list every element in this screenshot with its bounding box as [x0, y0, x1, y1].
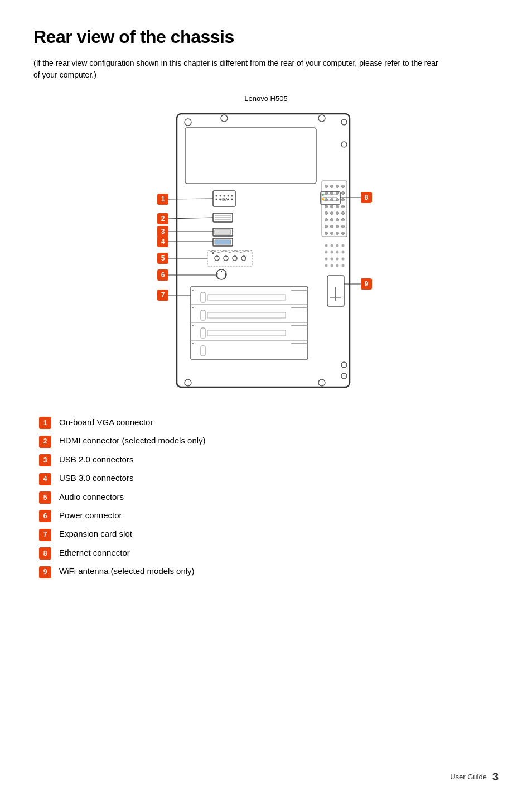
svg-point-6	[341, 142, 347, 147]
svg-point-63	[216, 199, 217, 200]
svg-line-118	[168, 199, 213, 199]
svg-point-19	[342, 199, 345, 201]
svg-point-8	[325, 185, 328, 188]
svg-point-11	[342, 185, 345, 188]
svg-point-43	[342, 244, 345, 247]
svg-text:8: 8	[365, 194, 369, 201]
legend-badge-9: 9	[39, 566, 51, 578]
footer-page: 3	[492, 770, 499, 783]
svg-point-39	[342, 232, 345, 235]
svg-text:1: 1	[161, 195, 165, 203]
legend-text-3: USB 2.0 connectors	[59, 454, 133, 465]
chassis-svg: VGA	[127, 108, 405, 398]
svg-point-10	[336, 185, 339, 188]
chassis-diagram: VGA	[127, 108, 405, 398]
svg-point-52	[325, 264, 328, 267]
svg-line-121	[168, 218, 213, 219]
svg-text:9: 9	[365, 280, 369, 288]
svg-point-105	[341, 373, 347, 379]
legend-item-7: 7Expansion card slot	[39, 528, 493, 541]
svg-point-36	[325, 232, 328, 235]
svg-point-1	[185, 119, 191, 126]
svg-rect-99	[207, 312, 286, 318]
svg-point-26	[336, 212, 339, 215]
svg-point-2	[221, 115, 228, 122]
svg-point-55	[342, 264, 345, 267]
legend-text-4: USB 3.0 connectors	[59, 472, 133, 484]
legend-badge-4: 4	[39, 473, 51, 485]
svg-point-35	[342, 225, 345, 228]
legend-badge-6: 6	[39, 510, 51, 522]
svg-point-65	[224, 199, 225, 200]
svg-point-47	[342, 251, 345, 254]
legend-item-8: 8Ethernet connector	[39, 547, 493, 560]
svg-point-32	[325, 225, 328, 228]
legend-text-5: Audio connectors	[59, 491, 124, 503]
svg-rect-75	[215, 240, 231, 244]
svg-point-106	[341, 362, 347, 368]
legend-text-9: WiFi antenna (selected models only)	[59, 565, 195, 577]
svg-point-16	[325, 199, 328, 201]
svg-point-79	[233, 256, 237, 261]
svg-rect-76	[207, 250, 252, 266]
svg-point-60	[224, 195, 225, 197]
svg-point-23	[342, 205, 345, 208]
svg-text:6: 6	[161, 271, 165, 279]
page-footer: User Guide 3	[450, 770, 499, 783]
svg-point-62	[231, 195, 233, 197]
legend-item-9: 9WiFi antenna (selected models only)	[39, 565, 493, 578]
svg-point-103	[185, 379, 191, 386]
legend-item-5: 5Audio connectors	[39, 491, 493, 504]
legend-badge-1: 1	[39, 417, 51, 429]
svg-point-31	[342, 219, 345, 221]
svg-point-115	[322, 198, 324, 200]
svg-point-22	[336, 205, 339, 208]
footer-label: User Guide	[450, 773, 487, 781]
legend-text-2: HDMI connector (selected models only)	[59, 435, 206, 446]
legend-badge-2: 2	[39, 436, 51, 448]
svg-point-49	[331, 258, 333, 261]
svg-rect-100	[201, 328, 205, 338]
page-title: Rear view of the chassis	[33, 27, 499, 47]
svg-point-3	[318, 115, 325, 122]
svg-point-20	[325, 205, 328, 208]
svg-point-77	[215, 256, 219, 261]
svg-text:7: 7	[161, 291, 165, 299]
svg-text:5: 5	[161, 254, 165, 262]
svg-point-59	[220, 195, 221, 197]
svg-point-37	[331, 232, 333, 235]
svg-point-58	[216, 195, 217, 197]
svg-point-48	[325, 258, 328, 261]
svg-rect-5	[185, 128, 316, 184]
svg-point-9	[331, 185, 333, 188]
svg-rect-96	[201, 292, 205, 302]
svg-point-28	[325, 219, 328, 221]
svg-rect-73	[215, 230, 231, 234]
legend-text-6: Power connector	[59, 509, 122, 521]
svg-point-53	[331, 264, 333, 267]
svg-point-51	[342, 258, 345, 261]
svg-point-30	[336, 219, 339, 221]
legend-item-3: 3USB 2.0 connectors	[39, 454, 493, 466]
legend-item-4: 4USB 3.0 connectors	[39, 472, 493, 485]
svg-point-4	[341, 119, 347, 125]
svg-point-27	[342, 212, 345, 215]
svg-point-44	[325, 251, 328, 254]
svg-point-80	[241, 256, 246, 261]
legend-text-7: Expansion card slot	[59, 528, 132, 539]
svg-point-17	[331, 199, 333, 201]
legend-text-8: Ethernet connector	[59, 547, 130, 558]
svg-text:2: 2	[161, 215, 165, 223]
svg-rect-102	[201, 346, 205, 356]
svg-rect-84	[191, 287, 308, 359]
svg-point-29	[331, 219, 333, 221]
legend-item-1: 1On-board VGA connector	[39, 416, 493, 429]
legend-badge-5: 5	[39, 491, 51, 504]
legend-text-1: On-board VGA connector	[59, 416, 153, 428]
svg-point-61	[228, 195, 229, 197]
svg-point-78	[224, 256, 228, 261]
legend-badge-3: 3	[39, 454, 51, 466]
svg-point-46	[336, 251, 339, 254]
svg-point-66	[228, 199, 229, 200]
intro-text: (If the rear view configuration shown in…	[33, 57, 446, 81]
